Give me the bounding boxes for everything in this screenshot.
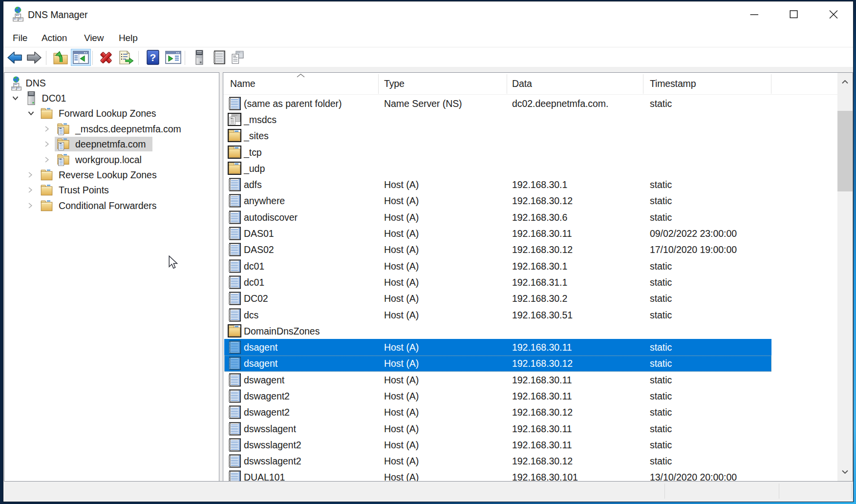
list-row-dswagent2[interactable]: dswagent2Host (A)192.168.30.11static: [223, 388, 837, 404]
tree-item-trust-points[interactable]: Trust Points: [4, 183, 219, 198]
record-icon: [228, 97, 241, 110]
tree-collapse-chevron[interactable]: [28, 187, 33, 193]
record-row-icon: [228, 357, 241, 370]
toolbar-button-export-list[interactable]: [116, 49, 136, 66]
tree-item-label: workgroup.local: [75, 154, 142, 165]
list-row-das02[interactable]: DAS02Host (A)192.168.30.1217/10/2020 19:…: [223, 242, 837, 258]
console-tree-panel: DNS DC01 Forward Lookup Zones _msdcs.dee…: [4, 72, 219, 482]
folder-tree-icon: [41, 199, 53, 211]
tree-item-conditional-forwarders[interactable]: Conditional Forwarders: [4, 198, 219, 213]
toolbar-button-up-one-level-folder[interactable]: [51, 49, 71, 66]
toolbar: ?: [3, 47, 853, 67]
scrollbar-up-button[interactable]: [842, 80, 848, 84]
cell-type: Host (A): [384, 423, 419, 434]
tree-collapse-chevron[interactable]: [28, 172, 33, 178]
list-row-dcs[interactable]: dcsHost (A)192.168.30.51static: [223, 307, 837, 323]
list-row-anywhere[interactable]: anywhereHost (A)192.168.30.12static: [223, 193, 837, 209]
sort-indicator: [297, 74, 305, 78]
list-row-domaindnszones[interactable]: DomainDnsZones: [223, 323, 837, 339]
list-row-dc02[interactable]: DC02Host (A)192.168.30.2static: [223, 291, 837, 307]
toolbar-button-forward-arrow[interactable]: [24, 49, 44, 66]
record-row-icon: [228, 389, 241, 403]
toolbar-button-show-console-tree[interactable]: [71, 49, 91, 66]
list-row-dswsslagent2[interactable]: dswsslagent2Host (A)192.168.30.12static: [223, 453, 837, 469]
tree-expand-chevron[interactable]: [28, 111, 34, 116]
list-row--same-as-parent-folder-[interactable]: (same as parent folder)Name Server (NS)d…: [223, 95, 837, 111]
tree-collapse-chevron[interactable]: [44, 126, 49, 132]
tree-expand-chevron[interactable]: [12, 96, 19, 101]
cell-ts: static: [650, 276, 672, 288]
list-row-dswagent[interactable]: dswagentHost (A)192.168.30.11static: [223, 372, 837, 388]
list-row--sites[interactable]: _sites: [223, 128, 837, 144]
menu-item-file[interactable]: File: [13, 33, 27, 43]
maximize-icon: [790, 10, 798, 19]
tree-collapse-chevron[interactable]: [28, 202, 33, 209]
tree-item-reverse-lookup-zones[interactable]: Reverse Lookup Zones: [4, 167, 219, 182]
list-row-dc01[interactable]: dc01Host (A)192.168.30.1static: [223, 258, 837, 274]
cell-ts: 09/02/2022 23:00:00: [650, 228, 737, 239]
dns-manager-app-icon: [13, 6, 23, 21]
list-row-dswsslagent2[interactable]: dswsslagent2Host (A)192.168.30.11static: [223, 437, 837, 453]
tree-item-dns[interactable]: DNS: [4, 75, 219, 90]
list-row-dsagent[interactable]: dsagentHost (A)192.168.30.12static: [223, 356, 837, 372]
list-row-autodiscover[interactable]: autodiscoverHost (A)192.168.30.6static: [223, 209, 837, 225]
cell-ts: static: [650, 293, 672, 304]
toolbar-button-copy[interactable]: [227, 49, 247, 66]
toolbar-button-new-window[interactable]: [163, 49, 183, 66]
scrollbar-down-button[interactable]: [842, 470, 848, 474]
column-header-data[interactable]: Data: [512, 78, 532, 89]
tree-item--msdcs-deepnetmfa-com[interactable]: _msdcs.deepnetmfa.com: [4, 121, 219, 136]
list-row-dswsslagent[interactable]: dswsslagentHost (A)192.168.30.11static: [223, 420, 837, 437]
maximize-button[interactable]: [779, 1, 809, 27]
list-row-dc01[interactable]: dc01Host (A)192.168.31.1static: [223, 274, 837, 290]
tree-item-label: DC01: [42, 93, 66, 104]
record-icon: [228, 292, 241, 305]
toolbar-button-delete[interactable]: [96, 49, 116, 66]
list-row-dswagent2[interactable]: dswagent2Host (A)192.168.30.12static: [223, 404, 837, 420]
close-button[interactable]: [819, 1, 849, 27]
list-row-das01[interactable]: DAS01Host (A)192.168.30.1109/02/2022 23:…: [223, 225, 837, 241]
cell-type: Host (A): [384, 439, 419, 450]
list-row--udp[interactable]: _udp: [223, 160, 837, 176]
toolbar-button-record-list[interactable]: [209, 49, 229, 66]
column-separator[interactable]: [643, 74, 643, 94]
record-icon: [228, 454, 241, 468]
tree-item-workgroup-local[interactable]: workgroup.local: [4, 152, 219, 167]
column-separator[interactable]: [378, 74, 379, 94]
list-row-dsagent[interactable]: dsagentHost (A)192.168.30.11static: [223, 339, 837, 355]
record-row-icon: [228, 422, 241, 436]
tree-item-forward-lookup-zones[interactable]: Forward Lookup Zones: [4, 106, 219, 121]
vertical-scrollbar[interactable]: [837, 73, 853, 481]
column-separator[interactable]: [771, 74, 771, 94]
title-bar[interactable]: [3, 1, 853, 29]
column-header-name[interactable]: Name: [230, 78, 255, 89]
column-separator[interactable]: [507, 74, 507, 94]
list-row-dual101[interactable]: DUAL101Host (A)192.168.30.10113/10/2020 …: [223, 469, 837, 481]
menu-item-view[interactable]: View: [84, 33, 104, 43]
minimize-button[interactable]: [740, 1, 769, 27]
cell-type: Host (A): [384, 276, 419, 288]
tree-collapse-chevron[interactable]: [44, 156, 49, 163]
menu-item-help[interactable]: Help: [119, 33, 138, 43]
menu-item-action[interactable]: Action: [42, 33, 67, 43]
list-row--msdcs[interactable]: _msdcs: [223, 111, 837, 127]
record-list-icon: [213, 50, 226, 64]
tree-item-deepnetmfa-com[interactable]: deepnetmfa.com: [4, 137, 219, 152]
toolbar-separator: [46, 51, 46, 65]
toolbar-button-help[interactable]: ?: [143, 49, 163, 66]
column-header-type[interactable]: Type: [384, 78, 405, 89]
list-row--tcp[interactable]: _tcp: [223, 144, 837, 160]
toolbar-button-server-properties[interactable]: [190, 49, 210, 66]
cell-data: 192.168.30.11: [512, 390, 572, 401]
tree-collapse-chevron[interactable]: [44, 141, 49, 147]
tree-item-dc01[interactable]: DC01: [4, 90, 219, 105]
record-icon: [228, 275, 241, 289]
cell-ts: static: [650, 342, 672, 353]
toolbar-button-back-arrow[interactable]: [5, 49, 25, 66]
cell-type: Host (A): [384, 309, 419, 320]
cell-type: Host (A): [384, 228, 419, 239]
column-header-timestamp[interactable]: Timestamp: [650, 78, 696, 89]
list-row-adfs[interactable]: adfsHost (A)192.168.30.1static: [223, 176, 837, 192]
cell-name: adfs: [244, 179, 262, 190]
scrollbar-thumb[interactable]: [837, 111, 853, 191]
